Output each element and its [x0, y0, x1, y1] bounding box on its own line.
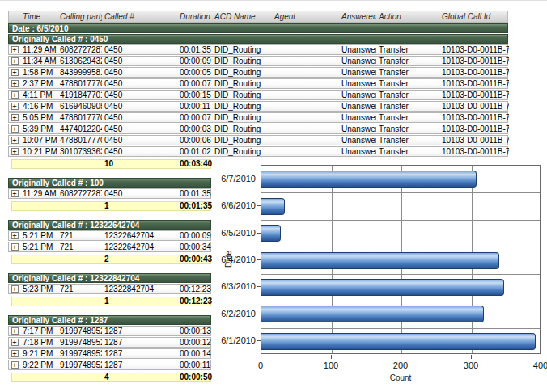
header-cell-calling-party: Calling party #	[57, 11, 102, 22]
cell-duration: 00:00:09	[177, 231, 212, 240]
cell-agent	[272, 124, 339, 133]
summary-call-count: 2	[102, 255, 177, 263]
cell-called: 0450	[102, 147, 177, 156]
cell-time: 4:11 PM	[20, 91, 57, 99]
report-group: Originally Called # : 12322642704+5:21 P…	[8, 220, 508, 264]
cell-calling-party: 3010739363	[57, 147, 102, 156]
cell-calling-party: 9199748952	[57, 338, 102, 347]
expand-plus-icon[interactable]: +	[11, 327, 19, 335]
expand-plus-icon[interactable]: +	[11, 232, 19, 239]
table-row: +5:21 PM7211232264270400:00:34	[8, 242, 211, 252]
cell-time: 4:16 PM	[20, 102, 57, 111]
expand-cell: +	[9, 57, 20, 65]
table-row: +5:05 PM4788017770045000:00:07DID_Routin…	[8, 112, 508, 123]
expand-cell: +	[9, 285, 20, 293]
cell-answered: Unanswered	[339, 91, 376, 99]
expand-plus-icon[interactable]: +	[11, 80, 19, 87]
cell-duration: 00:00:07	[177, 113, 212, 122]
cell-duration: 00:01:35	[177, 45, 212, 54]
table-row: +11:29 AM6082727287045000:01:35	[8, 188, 211, 199]
expand-cell: +	[9, 360, 20, 369]
cell-calling-party: 721	[57, 285, 102, 293]
cell-acd-name: DID_Routing	[212, 57, 272, 65]
expand-plus-icon[interactable]: +	[11, 114, 19, 121]
cell-answered: Unanswered	[339, 57, 376, 65]
report-groups: Originally Called # : 0450+11:29 AM60827…	[8, 34, 508, 382]
expand-cell: +	[9, 45, 20, 54]
cell-global-call-id: 10103-D0-0011B-772	[439, 91, 509, 99]
expand-plus-icon[interactable]: +	[11, 57, 19, 65]
cell-called: 0450	[102, 124, 177, 133]
expand-plus-icon[interactable]: +	[11, 137, 19, 144]
table-row: +11:34 AM6130629432045000:00:09DID_Routi…	[8, 56, 508, 66]
cell-agent	[272, 91, 339, 99]
table-row: +11:29 AM6082727287045000:01:35DID_Routi…	[8, 44, 508, 55]
cell-action: Transfer	[376, 79, 439, 88]
expand-plus-icon[interactable]: +	[11, 125, 19, 133]
cell-called: 1287	[102, 360, 177, 369]
header-cell-blank	[9, 11, 20, 22]
summary-call-count: 10	[102, 160, 177, 168]
expand-cell: +	[9, 102, 20, 111]
cell-agent	[272, 45, 339, 54]
cell-acd-name: DID_Routing	[212, 91, 272, 99]
cell-answered: Unanswered	[339, 45, 376, 54]
expand-plus-icon[interactable]: +	[11, 46, 19, 53]
cell-acd-name: DID_Routing	[212, 79, 272, 88]
expand-plus-icon[interactable]: +	[11, 339, 19, 346]
cell-action: Transfer	[376, 68, 439, 77]
cell-calling-party: 6169460905	[57, 102, 102, 111]
cell-called: 0450	[102, 189, 177, 198]
group-summary-row: 400:00:50	[11, 373, 211, 382]
cell-action: Transfer	[376, 124, 439, 133]
expand-plus-icon[interactable]: +	[11, 350, 19, 357]
header-cell-answered: Answered	[339, 11, 376, 22]
expand-cell: +	[9, 349, 20, 358]
group-banner: Originally Called # : 100	[8, 178, 211, 188]
expand-plus-icon[interactable]: +	[11, 69, 19, 76]
xaxis-tick-mark	[541, 355, 541, 359]
expand-plus-icon[interactable]: +	[11, 103, 19, 110]
report-group: Originally Called # : 0450+11:29 AM60827…	[8, 34, 508, 169]
expand-plus-icon[interactable]: +	[11, 91, 19, 99]
group-summary-row: 200:00:43	[11, 255, 211, 264]
group-summary-row: 100:01:35	[11, 201, 211, 211]
header-cell-duration: Duration	[177, 11, 212, 22]
cell-calling-party: 9199748952	[57, 360, 102, 369]
cell-duration: 00:01:35	[177, 189, 212, 198]
cell-calling-party: 6130629432	[57, 57, 102, 65]
cell-global-call-id: 10103-D0-0011B-771	[439, 79, 509, 88]
cell-acd-name: DID_Routing	[212, 124, 272, 133]
cell-calling-party: 6082727287	[57, 45, 102, 54]
cell-called: 1287	[102, 338, 177, 347]
expand-plus-icon[interactable]: +	[11, 361, 19, 369]
expand-plus-icon[interactable]: +	[11, 285, 19, 293]
cell-time: 7:17 PM	[20, 327, 57, 335]
cell-time: 5:21 PM	[20, 231, 57, 240]
cell-answered: Unanswered	[339, 124, 376, 133]
table-row: +4:11 PM4191847701045000:00:15DID_Routin…	[8, 90, 508, 100]
expand-cell: +	[9, 327, 20, 335]
cell-acd-name: DID_Routing	[212, 45, 272, 54]
cell-time: 11:29 AM	[20, 189, 57, 198]
summary-call-count: 1	[102, 202, 177, 210]
table-row: +7:18 PM9199748952128700:00:12	[8, 337, 211, 348]
expand-plus-icon[interactable]: +	[11, 190, 19, 197]
cell-global-call-id: 10103-D0-0011B-77E	[439, 136, 509, 145]
summary-spacer	[12, 373, 102, 381]
cell-called: 0450	[102, 45, 177, 54]
cell-called: 0450	[102, 136, 177, 145]
cell-duration: 00:00:09	[177, 57, 212, 65]
cell-global-call-id: 10103-D0-0011B-76F	[439, 57, 509, 65]
cell-time: 10:21 PM	[20, 147, 57, 156]
cell-answered: Unanswered	[339, 79, 376, 88]
table-row: +5:23 PM7211232284270400:12:23	[8, 284, 211, 294]
header-cell-time: Time	[20, 11, 57, 22]
cell-action: Transfer	[376, 102, 439, 111]
expand-plus-icon[interactable]: +	[11, 148, 19, 155]
cell-agent	[272, 102, 339, 111]
expand-plus-icon[interactable]: +	[11, 243, 19, 251]
table-row: +4:16 PM6169460905045000:00:11DID_Routin…	[8, 101, 508, 112]
table-row: +5:39 PM4474012204045000:00:03DID_Routin…	[8, 124, 508, 134]
cell-called: 0450	[102, 102, 177, 111]
